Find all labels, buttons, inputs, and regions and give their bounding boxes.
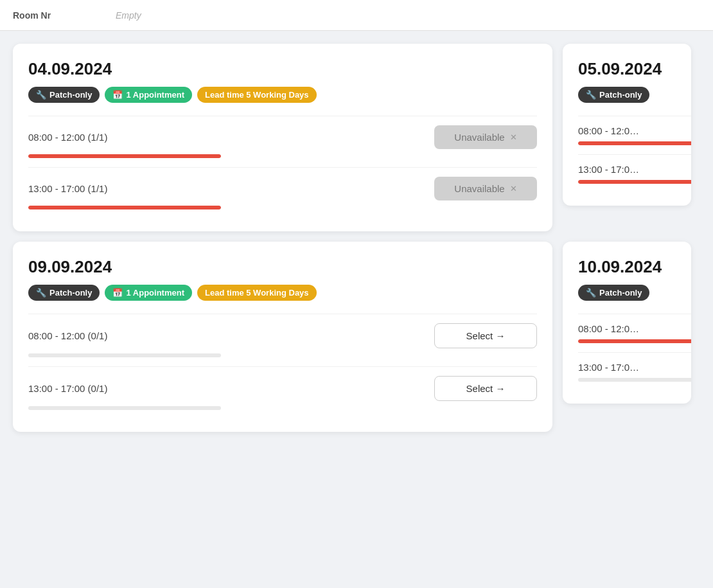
partial-badges-1: 🔧 Patch-only: [578, 87, 691, 103]
partial-time-2-1: 08:00 - 12:0…: [578, 323, 691, 334]
partial-fill-1-2: [578, 180, 691, 184]
time-slot-2-1: 08:00 - 12:00 (0/1) Select →: [28, 314, 537, 366]
partial-progress-2-1: [578, 339, 691, 343]
calendar-icon-1: 📅: [112, 90, 123, 100]
badge-appointment-1: 📅 1 Appointment: [105, 87, 192, 103]
badge-appointment-2: 📅 1 Appointment: [105, 285, 192, 301]
select-button-2-1[interactable]: Select →: [434, 323, 537, 348]
main-content: 04.09.2024 🔧 Patch-only 📅 1 Appointment …: [0, 31, 713, 445]
wrench-icon-2: 🔧: [36, 288, 46, 298]
time-label-2-1: 08:00 - 12:00 (0/1): [28, 330, 107, 341]
partial-progress-2-2: [578, 378, 691, 382]
unavailable-button-1-2: Unavailable ✕: [434, 177, 537, 200]
progress-bar-2-1: [28, 353, 221, 357]
partial-date-2: 10.09.2024: [578, 257, 691, 277]
badge-leadtime-1: Lead time 5 Working Days: [197, 87, 317, 103]
wrench-icon-p2: 🔧: [586, 288, 596, 298]
top-bar: Room Nr Empty: [0, 0, 713, 31]
close-icon-1-1: ✕: [510, 132, 517, 142]
partial-fill-2-1: [578, 339, 691, 343]
badge-patch-only-1: 🔧 Patch-only: [28, 87, 100, 103]
partial-slot-1-2: 13:00 - 17:0…: [578, 154, 691, 193]
date-card-04092024: 04.09.2024 🔧 Patch-only 📅 1 Appointment …: [13, 44, 552, 231]
time-label-1-1: 08:00 - 12:00 (1/1): [28, 132, 107, 143]
partial-slot-2-1: 08:00 - 12:0…: [578, 314, 691, 352]
time-label-2-2: 13:00 - 17:00 (0/1): [28, 383, 107, 394]
date-card-05092024: 05.09.2024 🔧 Patch-only 08:00 - 12:0… 13…: [563, 44, 691, 206]
unavailable-button-1-1: Unavailable ✕: [434, 125, 537, 149]
progress-fill-1-1: [28, 154, 221, 158]
progress-bar-1-1: [28, 154, 221, 158]
badge-patch-only-2: 🔧 Patch-only: [28, 285, 100, 301]
time-slot-2-2: 13:00 - 17:00 (0/1) Select →: [28, 366, 537, 419]
partial-fill-1-1: [578, 141, 691, 145]
badges-1: 🔧 Patch-only 📅 1 Appointment Lead time 5…: [28, 87, 537, 103]
partial-time-1-2: 13:00 - 17:0…: [578, 164, 691, 175]
partial-badge-patch-1: 🔧 Patch-only: [578, 87, 649, 103]
partial-progress-1-1: [578, 141, 691, 145]
partial-date-1: 05.09.2024: [578, 59, 691, 79]
time-slot-1-1: 08:00 - 12:00 (1/1) Unavailable ✕: [28, 116, 537, 167]
time-slot-1-2: 13:00 - 17:00 (1/1) Unavailable ✕: [28, 167, 537, 218]
partial-progress-1-2: [578, 180, 691, 184]
room-nr-label: Room Nr: [13, 10, 116, 21]
date-card-09092024: 09.09.2024 🔧 Patch-only 📅 1 Appointment …: [13, 242, 552, 432]
progress-fill-1-2: [28, 206, 221, 209]
wrench-icon-p1: 🔧: [586, 90, 596, 100]
cards-row-bottom: 09.09.2024 🔧 Patch-only 📅 1 Appointment …: [13, 242, 713, 432]
time-label-1-2: 13:00 - 17:00 (1/1): [28, 183, 107, 194]
partial-badges-2: 🔧 Patch-only: [578, 285, 691, 301]
partial-badge-patch-2: 🔧 Patch-only: [578, 285, 649, 301]
progress-bar-2-2: [28, 406, 221, 410]
room-nr-value: Empty: [116, 10, 141, 21]
partial-slot-2-2: 13:00 - 17:0…: [578, 352, 691, 391]
select-button-2-2[interactable]: Select →: [434, 376, 537, 401]
badges-2: 🔧 Patch-only 📅 1 Appointment Lead time 5…: [28, 285, 537, 301]
progress-bar-1-2: [28, 206, 221, 209]
date-card-10092024: 10.09.2024 🔧 Patch-only 08:00 - 12:0… 13…: [563, 242, 691, 404]
badge-leadtime-2: Lead time 5 Working Days: [197, 285, 317, 301]
partial-time-2-2: 13:00 - 17:0…: [578, 362, 691, 373]
wrench-icon-1: 🔧: [36, 90, 46, 100]
calendar-icon-2: 📅: [112, 288, 123, 298]
partial-slot-1-1: 08:00 - 12:0…: [578, 116, 691, 154]
partial-time-1-1: 08:00 - 12:0…: [578, 125, 691, 136]
card-date-2: 09.09.2024: [28, 257, 537, 277]
cards-row-top: 04.09.2024 🔧 Patch-only 📅 1 Appointment …: [13, 44, 713, 231]
close-icon-1-2: ✕: [510, 184, 517, 193]
card-date-1: 04.09.2024: [28, 59, 537, 79]
